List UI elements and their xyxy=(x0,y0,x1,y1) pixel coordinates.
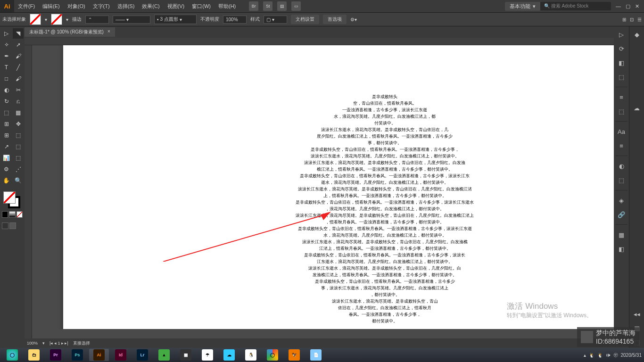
graphic-styles-icon[interactable]: ⬚ xyxy=(616,174,627,186)
menu-effect[interactable]: 效果(C) xyxy=(138,3,163,10)
tool-type[interactable]: T xyxy=(1,62,12,73)
ruler-vertical[interactable] xyxy=(25,45,32,338)
lightroom-taskbar-icon[interactable]: Lr xyxy=(132,349,152,361)
tool-rectangle[interactable]: □ xyxy=(1,74,12,84)
menu-view[interactable]: 视图(V) xyxy=(164,3,189,10)
tool-shaper[interactable]: ◐ xyxy=(1,85,12,95)
tray-date[interactable]: 2020/5/31 xyxy=(621,353,642,358)
tool-eyedropper[interactable]: ↗ xyxy=(1,141,12,152)
stroke-profile-select[interactable]: —— ▾ xyxy=(113,16,150,24)
tray-qq2-icon[interactable]: 🐧 xyxy=(597,353,603,358)
zoom-level[interactable]: 100% xyxy=(27,341,38,346)
transform-icon[interactable]: ⊡ xyxy=(630,17,634,22)
tool-direct-selection[interactable]: ◥ xyxy=(13,28,24,39)
illustrator-taskbar-icon[interactable]: Ai xyxy=(89,349,109,361)
bridge-icon[interactable]: Br xyxy=(249,1,258,11)
tool-graph[interactable]: ⬚ xyxy=(13,153,24,163)
tool-width[interactable]: ⬚ xyxy=(1,107,12,118)
fill-stroke-control[interactable] xyxy=(1,191,24,210)
app-1-taskbar-icon[interactable]: ▲ xyxy=(154,349,174,361)
tool-slice[interactable]: ⋰ xyxy=(13,164,24,174)
tool-zoom[interactable]: 🔍 xyxy=(13,175,24,186)
screen-mode-full[interactable] xyxy=(9,222,16,229)
brush-select[interactable]: • 3 点圆形 ▾ xyxy=(154,15,197,24)
tray-speaker-icon[interactable]: 🕪 xyxy=(606,353,611,358)
workspace-selector[interactable]: 基本功能 ▾ xyxy=(505,2,540,11)
app-4-taskbar-icon[interactable]: ☁ xyxy=(219,349,239,361)
close-icon[interactable]: ✕ xyxy=(635,3,639,9)
asset-export-icon[interactable]: ◧ xyxy=(616,243,627,255)
menu-window[interactable]: 窗口(W) xyxy=(188,3,215,10)
align-icon[interactable]: ⊞ xyxy=(622,17,626,22)
document-tab[interactable]: 未标题-1* @ 100% (RGB/像素预览) × xyxy=(25,27,115,37)
fill-color[interactable] xyxy=(3,191,16,204)
photoshop-taskbar-icon[interactable]: Ps xyxy=(67,349,87,361)
prefs-button[interactable]: 首选项 xyxy=(323,15,347,24)
chevron-down-icon[interactable]: ▾ xyxy=(45,17,47,22)
style-select[interactable]: ▢ ▾ xyxy=(264,16,287,24)
appearance-icon[interactable]: ◐ xyxy=(616,160,627,172)
premiere-taskbar-icon[interactable]: Pr xyxy=(46,349,66,361)
stroke-swatch[interactable] xyxy=(51,14,62,25)
tool-magic-wand[interactable]: ✧ xyxy=(1,40,12,50)
tool-selection[interactable]: ▷ xyxy=(1,28,12,39)
opacity-input[interactable]: 100% xyxy=(223,16,247,24)
tool-hand[interactable]: ✋ xyxy=(1,175,12,186)
menu-file[interactable]: 文件(F) xyxy=(14,3,39,10)
canvas[interactable]: 是非成败转头空，青山依旧在，惯看秋月春风。一壶浊酒喜相逢，古今多少事，滚滚长江东… xyxy=(32,45,614,329)
gradient-panel-icon[interactable]: ⬚ xyxy=(616,106,627,117)
links-icon[interactable]: 🔗 xyxy=(616,209,627,220)
stroke-panel-icon[interactable]: ≡ xyxy=(616,91,627,103)
tool-perspective[interactable]: ✥ xyxy=(13,119,24,129)
tool-free-transform[interactable]: ▦ xyxy=(13,107,24,118)
tool-mesh[interactable]: ⊞ xyxy=(1,130,12,140)
doc-icon[interactable]: ▤ xyxy=(277,1,287,11)
prefs-icon[interactable]: ⚙▾ xyxy=(350,17,357,22)
tool-scale[interactable]: ⎌ xyxy=(13,96,24,107)
doc-setup-button[interactable]: 文档设置 xyxy=(291,15,319,24)
stroke-width-input[interactable]: ⌃ xyxy=(85,16,109,24)
tray-qq-icon[interactable]: 🐧 xyxy=(589,353,594,358)
gradient-mode-icon[interactable] xyxy=(9,211,15,218)
tool-blend[interactable]: ⬚ xyxy=(13,141,24,152)
stock-icon[interactable]: St xyxy=(263,1,272,11)
menu-help[interactable]: 帮助(H) xyxy=(215,3,239,10)
indesign-taskbar-icon[interactable]: Id xyxy=(111,349,131,361)
chevron-down-icon[interactable]: ▾ xyxy=(66,17,68,22)
minimize-icon[interactable]: ― xyxy=(616,3,621,9)
app-3-taskbar-icon[interactable]: ☂ xyxy=(198,349,217,361)
app-5-taskbar-icon[interactable]: 🦅 xyxy=(284,349,304,361)
panel-menu-icon[interactable]: ☰ xyxy=(637,17,642,22)
tool-curvature[interactable]: 🖌 xyxy=(13,51,24,61)
app-2-taskbar-icon[interactable]: ▦ xyxy=(176,349,196,361)
screen-mode-normal[interactable] xyxy=(2,222,8,229)
qq-taskbar-icon[interactable]: 🐧 xyxy=(241,349,261,361)
tool-rotate[interactable]: ↻ xyxy=(1,96,12,107)
tool-artboard[interactable]: ⚙ xyxy=(1,164,12,174)
close-tab-icon[interactable]: × xyxy=(107,29,110,35)
app-6-taskbar-icon[interactable]: 📄 xyxy=(306,349,326,361)
tool-paintbrush[interactable]: 🖌 xyxy=(13,74,24,84)
brushes-icon[interactable]: ⬚ xyxy=(616,71,627,82)
artboards-icon[interactable]: ▦ xyxy=(616,229,627,240)
search-stock-input[interactable]: 🔍 搜索 Adobe Stock xyxy=(540,2,611,10)
layers-icon[interactable]: ◈ xyxy=(616,195,627,206)
area-type-circle[interactable]: 是非成败转头空，青山依旧在，惯看秋月春风。一壶浊酒喜相逢，古今多少事，滚滚长江东… xyxy=(267,93,503,324)
swatches-icon[interactable]: ◧ xyxy=(616,57,627,68)
expand-icon[interactable]: ◂◂ xyxy=(631,308,643,320)
properties-icon[interactable]: ▷ xyxy=(616,29,627,40)
tool-shape-builder[interactable]: ⊞ xyxy=(1,119,12,129)
browser-taskbar-icon[interactable]: ◯ xyxy=(2,349,22,361)
tool-symbol-sprayer[interactable]: 📊 xyxy=(1,153,12,163)
paragraph-icon[interactable]: ≡ xyxy=(616,140,627,151)
tool-pen[interactable]: ✒ xyxy=(1,51,12,61)
chrome-taskbar-icon[interactable]: ◯ xyxy=(263,349,282,361)
tool-eraser[interactable]: ✂ xyxy=(13,85,24,95)
artboard-nav[interactable]: |◂ ◂ 1 ▸ ▸| xyxy=(50,341,68,346)
menu-select[interactable]: 选择(S) xyxy=(114,3,139,10)
fill-swatch[interactable] xyxy=(30,14,41,25)
system-tray[interactable]: ▴ 🐧 🐧 🕪 ㊥ 2020/5/31 xyxy=(584,352,642,358)
menu-edit[interactable]: 编辑(E) xyxy=(39,3,64,10)
none-mode-icon[interactable] xyxy=(17,211,23,218)
tool-gradient[interactable]: ⬚ xyxy=(13,130,24,140)
